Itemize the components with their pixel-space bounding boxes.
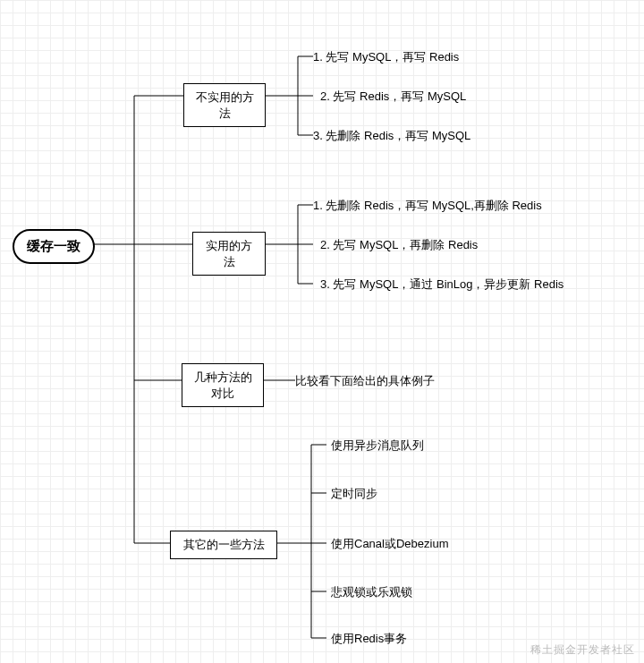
leaf-b4-4: 悲观锁或乐观锁 xyxy=(331,585,412,599)
branch-impractical: 不实用的方法 xyxy=(183,83,266,127)
leaf-b4-2: 定时同步 xyxy=(331,487,377,501)
leaf-b1-1: 1. 先写 MySQL，再写 Redis xyxy=(313,50,459,64)
branch-practical: 实用的方法 xyxy=(192,232,266,276)
leaf-b2-1: 1. 先删除 Redis，再写 MySQL,再删除 Redis xyxy=(313,199,542,213)
leaf-b4-5: 使用Redis事务 xyxy=(331,632,407,646)
leaf-b2-2: 2. 先写 MySQL，再删除 Redis xyxy=(320,238,478,252)
watermark: 稀土掘金开发者社区 xyxy=(530,642,635,658)
leaf-b4-1: 使用异步消息队列 xyxy=(331,438,424,453)
root-node: 缓存一致 xyxy=(13,229,95,264)
branch-others: 其它的一些方法 xyxy=(170,531,277,559)
leaf-b3-1: 比较看下面给出的具体例子 xyxy=(295,374,435,388)
branch-compare: 几种方法的对比 xyxy=(182,363,264,407)
leaf-b1-3: 3. 先删除 Redis，再写 MySQL xyxy=(313,129,470,143)
leaf-b2-3: 3. 先写 MySQL，通过 BinLog，异步更新 Redis xyxy=(320,277,564,292)
leaf-b1-2: 2. 先写 Redis，再写 MySQL xyxy=(320,89,466,104)
leaf-b4-3: 使用Canal或Debezium xyxy=(331,537,449,551)
diagram-canvas: 缓存一致 不实用的方法 1. 先写 MySQL，再写 Redis 2. 先写 R… xyxy=(0,0,644,663)
